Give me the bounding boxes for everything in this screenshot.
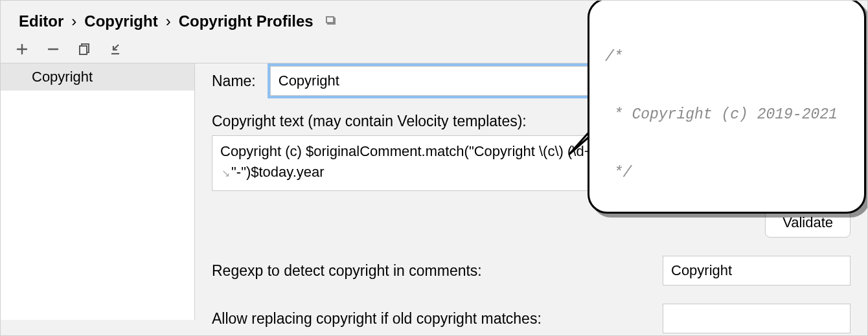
list-item-label: Copyright [32,69,93,85]
breadcrumb-separator: › [71,12,76,30]
regexp-label: Regexp to detect copyright in comments: [212,262,482,280]
validate-button-label: Validate [782,214,833,230]
name-label: Name: [212,73,256,90]
preview-tooltip-line: */ [605,164,849,183]
allow-replace-input[interactable] [663,304,851,333]
profiles-list[interactable]: Copyright [1,63,195,320]
preview-tooltip: /* * Copyright (c) 2019-2021 */ [588,0,866,214]
copy-button[interactable] [76,41,93,58]
preview-tooltip-line: * Copyright (c) 2019-2021 [605,106,849,125]
copyright-text-value-line2: "-")$today.year [231,164,325,180]
svg-rect-3 [80,46,87,54]
breadcrumb-item-copyright-profiles[interactable]: Copyright Profiles [179,12,314,30]
svg-rect-1 [326,17,334,23]
breadcrumb-item-editor[interactable]: Editor [19,12,63,30]
remove-button[interactable] [45,41,62,58]
add-button[interactable] [14,41,30,58]
scheme-switcher-icon[interactable] [325,15,338,28]
copyright-text-value-line1: Copyright (c) $originalComment.match("Co… [220,143,626,159]
breadcrumb-separator: › [166,12,171,30]
allow-replace-label: Allow replacing copyright if old copyrig… [212,310,542,328]
soft-wrap-icon: ↘ [220,168,231,179]
breadcrumb-item-copyright[interactable]: Copyright [84,12,157,30]
list-item[interactable]: Copyright [1,63,194,91]
preview-tooltip-line: /* [605,48,849,67]
regexp-input[interactable] [663,256,851,286]
import-button[interactable] [107,41,124,58]
